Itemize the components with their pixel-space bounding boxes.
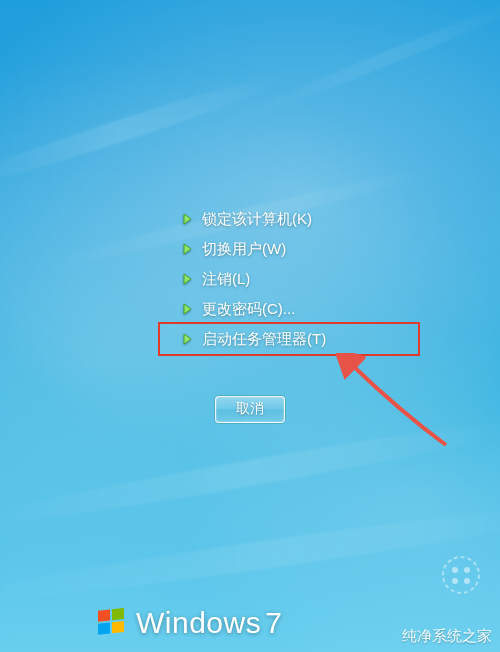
menu-item-label: 启动任务管理器(T) bbox=[202, 330, 326, 349]
menu-switch-user[interactable]: 切换用户(W) bbox=[176, 234, 406, 264]
decorative-streak bbox=[230, 0, 500, 127]
menu-log-off[interactable]: 注销(L) bbox=[176, 264, 406, 294]
svg-point-7 bbox=[452, 578, 458, 584]
svg-point-4 bbox=[443, 557, 479, 593]
arrow-right-icon bbox=[182, 213, 196, 225]
svg-rect-0 bbox=[98, 610, 110, 622]
menu-item-label: 锁定该计算机(K) bbox=[202, 210, 312, 229]
svg-rect-3 bbox=[112, 621, 124, 633]
menu-lock-computer[interactable]: 锁定该计算机(K) bbox=[176, 204, 406, 234]
svg-point-5 bbox=[452, 567, 458, 573]
ctrl-alt-del-menu: 锁定该计算机(K) 切换用户(W) 注销(L) 更改密码(C)... 启动任务管 bbox=[176, 204, 406, 354]
brand-version: 7 bbox=[265, 606, 282, 639]
windows-brand: Windows7 bbox=[96, 606, 282, 640]
svg-rect-1 bbox=[112, 608, 124, 620]
cancel-button[interactable]: 取消 bbox=[215, 396, 285, 423]
decorative-streak bbox=[0, 410, 500, 536]
svg-point-8 bbox=[464, 578, 470, 584]
menu-item-label: 更改密码(C)... bbox=[202, 300, 295, 319]
menu-item-label: 注销(L) bbox=[202, 270, 250, 289]
windows-logo-icon bbox=[96, 607, 128, 639]
menu-start-task-manager[interactable]: 启动任务管理器(T) bbox=[176, 324, 406, 354]
brand-name: Windows bbox=[136, 606, 261, 639]
decorative-streak bbox=[0, 65, 295, 197]
watermark-logo-icon bbox=[440, 554, 482, 596]
menu-item-label: 切换用户(W) bbox=[202, 240, 286, 259]
watermark-text: 纯净系统之家 bbox=[402, 627, 492, 646]
svg-point-6 bbox=[464, 567, 470, 573]
arrow-right-icon bbox=[182, 273, 196, 285]
secure-desktop-screen: 锁定该计算机(K) 切换用户(W) 注销(L) 更改密码(C)... 启动任务管 bbox=[0, 0, 500, 652]
svg-rect-2 bbox=[98, 623, 110, 635]
brand-text: Windows7 bbox=[136, 606, 282, 640]
arrow-right-icon bbox=[182, 243, 196, 255]
arrow-right-icon bbox=[182, 303, 196, 315]
arrow-right-icon bbox=[182, 333, 196, 345]
menu-change-password[interactable]: 更改密码(C)... bbox=[176, 294, 406, 324]
cancel-button-row: 取消 bbox=[0, 396, 500, 423]
